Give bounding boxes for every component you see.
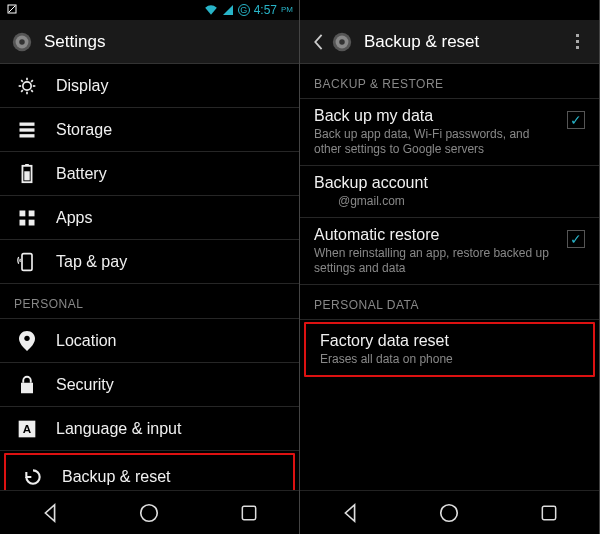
svg-rect-13 (20, 122, 35, 125)
battery-icon (14, 164, 40, 184)
settings-list[interactable]: Display Storage Battery Apps Tap & pay (0, 64, 299, 490)
row-backup-reset[interactable]: Backup & reset (6, 455, 293, 490)
backup-reset-list[interactable]: BACKUP & RESTORE Back up my data Back up… (300, 64, 599, 490)
right-phone: Backup & reset BACKUP & RESTORE Back up … (300, 0, 600, 534)
svg-line-11 (21, 90, 23, 92)
row-secondary: Back up app data, Wi-Fi passwords, and o… (314, 127, 559, 157)
row-backup-account[interactable]: Backup account @gmail.com (300, 166, 599, 218)
status-bar: G 4:57 PM (0, 0, 299, 20)
back-icon[interactable] (310, 30, 326, 54)
svg-rect-20 (29, 210, 35, 216)
settings-gear-icon[interactable] (330, 30, 354, 54)
language-icon: A (14, 419, 40, 439)
row-primary: Automatic restore (314, 226, 559, 244)
notification-icon (6, 3, 18, 18)
left-phone: G 4:57 PM Settings Display Storage (0, 0, 300, 534)
tap-pay-icon (14, 252, 40, 272)
svg-rect-14 (20, 128, 35, 131)
row-primary: Back up my data (314, 107, 559, 125)
row-apps[interactable]: Apps (0, 196, 299, 240)
overflow-menu-icon[interactable] (565, 30, 589, 54)
row-battery[interactable]: Battery (0, 152, 299, 196)
location-icon (14, 331, 40, 351)
nav-recent[interactable] (236, 500, 262, 526)
section-personal-data: PERSONAL DATA (300, 285, 599, 320)
svg-rect-18 (24, 171, 29, 180)
row-back-up-my-data[interactable]: Back up my data Back up app data, Wi-Fi … (300, 99, 599, 166)
status-bar (300, 0, 599, 20)
wifi-icon (204, 4, 218, 16)
checkbox-backup-data[interactable] (567, 111, 585, 129)
data-icon: G (238, 4, 250, 16)
row-primary: Backup account (314, 174, 577, 192)
row-label: Tap & pay (56, 253, 127, 271)
svg-rect-29 (242, 506, 255, 519)
page-title: Settings (44, 32, 289, 52)
row-secondary: Erases all data on phone (320, 352, 571, 367)
highlight-factory-reset: Factory data reset Erases all data on ph… (304, 322, 595, 377)
svg-rect-22 (29, 219, 35, 225)
nav-home[interactable] (136, 500, 162, 526)
svg-point-3 (19, 39, 25, 45)
backup-reset-icon (20, 467, 46, 487)
row-label: Backup & reset (62, 468, 171, 486)
nav-back[interactable] (337, 500, 363, 526)
row-automatic-restore[interactable]: Automatic restore When reinstalling an a… (300, 218, 599, 285)
nav-bar (300, 490, 599, 534)
storage-icon (14, 120, 40, 140)
svg-rect-25 (21, 382, 33, 393)
row-label: Language & input (56, 420, 181, 438)
status-period: PM (281, 6, 293, 14)
status-time: 4:57 (254, 3, 277, 17)
row-primary: Factory data reset (320, 332, 571, 350)
svg-point-28 (141, 504, 158, 521)
app-bar: Settings (0, 20, 299, 64)
nav-bar (0, 490, 299, 534)
row-label: Apps (56, 209, 92, 227)
svg-point-33 (441, 504, 458, 521)
svg-point-24 (24, 335, 29, 340)
row-secondary: @gmail.com (314, 194, 577, 209)
section-personal: PERSONAL (0, 284, 299, 319)
row-label: Display (56, 77, 108, 95)
section-backup-restore: BACKUP & RESTORE (300, 64, 599, 99)
row-language[interactable]: A Language & input (0, 407, 299, 451)
svg-rect-23 (22, 253, 32, 270)
row-label: Storage (56, 121, 112, 139)
svg-point-4 (23, 81, 31, 89)
row-display[interactable]: Display (0, 64, 299, 108)
row-location[interactable]: Location (0, 319, 299, 363)
nav-recent[interactable] (536, 500, 562, 526)
svg-rect-34 (542, 506, 555, 519)
settings-gear-icon (10, 30, 34, 54)
svg-line-10 (31, 90, 33, 92)
svg-rect-19 (20, 210, 26, 216)
svg-point-32 (339, 39, 345, 45)
svg-line-9 (21, 80, 23, 82)
row-label: Battery (56, 165, 107, 183)
nav-home[interactable] (436, 500, 462, 526)
row-storage[interactable]: Storage (0, 108, 299, 152)
row-secondary: When reinstalling an app, restore backed… (314, 246, 559, 276)
svg-text:A: A (23, 422, 32, 435)
security-icon (14, 375, 40, 395)
row-label: Location (56, 332, 117, 350)
highlight-backup-reset: Backup & reset (4, 453, 295, 490)
app-bar: Backup & reset (300, 20, 599, 64)
svg-rect-21 (20, 219, 26, 225)
apps-icon (14, 208, 40, 228)
row-factory-data-reset[interactable]: Factory data reset Erases all data on ph… (306, 324, 593, 375)
page-title: Backup & reset (364, 32, 565, 52)
row-tap-pay[interactable]: Tap & pay (0, 240, 299, 284)
svg-rect-15 (20, 134, 35, 137)
display-icon (14, 76, 40, 96)
svg-line-12 (31, 80, 33, 82)
checkbox-auto-restore[interactable] (567, 230, 585, 248)
nav-back[interactable] (37, 500, 63, 526)
signal-icon (222, 4, 234, 16)
row-label: Security (56, 376, 114, 394)
row-security[interactable]: Security (0, 363, 299, 407)
